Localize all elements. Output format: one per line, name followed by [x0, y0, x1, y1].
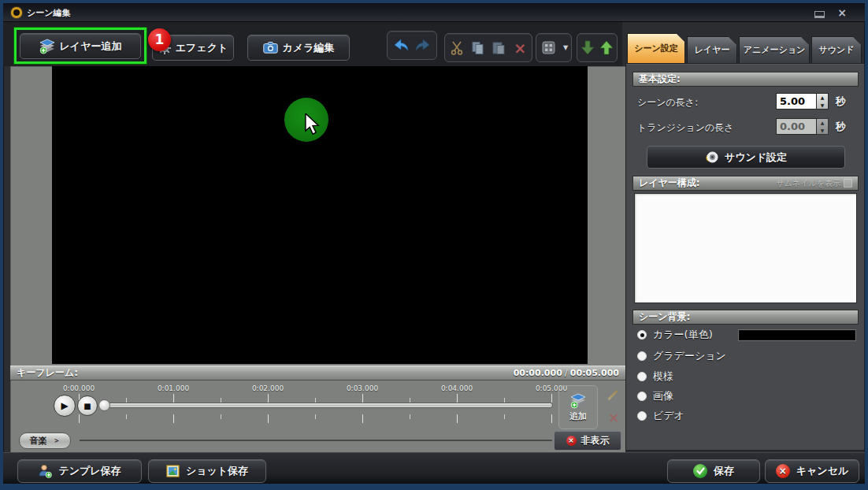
play-icon: ▶	[61, 400, 68, 411]
effect-label: エフェクト	[176, 41, 228, 55]
camera-edit-button[interactable]: カメラ編集	[247, 35, 350, 61]
show-thumbnails-label: サムネイルを表示	[777, 178, 840, 189]
person-add-icon	[38, 464, 52, 478]
add-layer-button[interactable]: レイヤー追加	[20, 33, 141, 59]
edit-keyframe-icon[interactable]	[604, 386, 623, 405]
hide-button[interactable]: × 非表示	[554, 431, 621, 451]
timeline-track[interactable]	[101, 403, 553, 408]
order-group	[577, 33, 618, 62]
bg-option-video-label: ビデオ	[653, 409, 684, 423]
grid-dropdown-caret[interactable]: ▼	[563, 44, 568, 51]
preview-canvas[interactable]	[52, 66, 588, 364]
bg-option-gradient[interactable]: グラデーション	[637, 350, 726, 362]
layer-structure-title: レイヤー構成:	[639, 176, 700, 190]
edit-group: ×	[444, 33, 532, 62]
scene-length-spinner[interactable]: ▲ ▼	[817, 93, 829, 110]
music-button[interactable]: 音楽 ＞	[19, 432, 71, 449]
music-track-line	[80, 440, 552, 441]
chevron-right-icon: ＞	[54, 436, 61, 446]
toolbar: レイヤー追加 エフェクト カメラ編集	[3, 22, 622, 66]
save-button[interactable]: 保存	[667, 459, 760, 483]
tab-scene-settings[interactable]: シーン設定	[627, 33, 685, 64]
background-color-swatch[interactable]	[738, 329, 856, 341]
add-layer-label: レイヤー追加	[60, 39, 122, 54]
sound-settings-label: サウンド設定	[725, 150, 787, 165]
move-up-icon[interactable]	[597, 39, 616, 58]
check-icon	[693, 464, 707, 478]
ruler-label-4: 0:04.000	[433, 384, 480, 392]
save-template-button[interactable]: テンプレ保存	[17, 459, 142, 483]
bg-option-image[interactable]: 画像	[637, 390, 673, 403]
ruler-label-2: 0:02.000	[244, 384, 291, 392]
save-template-label: テンプレ保存	[58, 464, 121, 478]
right-panel: シーン設定 レイヤー アニメーション サウンド 基本設定: シーンの長さ: ▲ …	[625, 33, 865, 451]
undo-redo-group	[387, 31, 437, 60]
move-down-icon[interactable]	[578, 39, 597, 58]
thumbnail-toggle-icon	[844, 179, 852, 187]
scene-edit-window: シーン編集 × レイヤー追加	[3, 3, 865, 484]
save-label: 保存	[714, 464, 734, 478]
time-current: 00:00.000	[514, 368, 562, 378]
scene-background-title: シーン背景:	[639, 310, 690, 324]
camera-edit-label: カメラ編集	[283, 41, 335, 55]
scene-length-unit: 秒	[836, 95, 846, 109]
radio-icon	[637, 372, 647, 381]
bg-option-color[interactable]: カラー(単色)	[637, 329, 713, 341]
grid-select-icon[interactable]	[540, 39, 558, 58]
add-keyframe-label: 追加	[569, 410, 587, 422]
mouse-cursor	[302, 113, 321, 135]
scene-background-header: シーン背景:	[632, 310, 859, 325]
cut-icon[interactable]	[447, 39, 466, 58]
spinner-up-icon: ▲	[817, 119, 828, 127]
bg-option-video[interactable]: ビデオ	[637, 410, 684, 422]
paste-icon[interactable]	[489, 39, 508, 58]
radio-selected-icon	[637, 330, 647, 340]
ruler-label-0: 0:00.000	[55, 384, 102, 392]
transition-length-unit: 秒	[836, 120, 846, 134]
title-bar: シーン編集 ×	[3, 3, 865, 22]
basic-settings-title: 基本設定:	[639, 72, 681, 86]
scene-length-input[interactable]	[776, 93, 817, 110]
time-separator: /	[562, 368, 570, 378]
delete-icon[interactable]: ×	[510, 39, 529, 58]
redo-button[interactable]	[414, 36, 432, 55]
copy-icon[interactable]	[469, 39, 488, 58]
stop-button[interactable]: ■	[77, 395, 98, 416]
save-shot-button[interactable]: ショット保存	[148, 459, 266, 483]
tab-sound[interactable]: サウンド	[811, 36, 862, 64]
spinner-down-icon: ▼	[817, 102, 828, 110]
radio-icon	[637, 392, 647, 401]
delete-keyframe-icon[interactable]: ×	[604, 410, 623, 429]
speaker-icon	[705, 150, 718, 164]
tab-animation[interactable]: アニメーション	[739, 36, 810, 64]
layer-list[interactable]	[634, 193, 857, 303]
cancel-button[interactable]: × キャンセル	[765, 459, 859, 483]
minimize-button[interactable]	[814, 11, 825, 18]
close-button[interactable]: ×	[835, 6, 849, 20]
undo-button[interactable]	[391, 36, 410, 55]
window-title: シーン編集	[27, 7, 71, 19]
timeline-handle[interactable]	[98, 399, 110, 411]
spinner-down-icon: ▼	[817, 127, 828, 135]
scene-settings-pane: 基本設定: シーンの長さ: ▲ ▼ 秒 トランジションの長さ ▲ ▼ 秒	[625, 63, 865, 451]
radio-icon	[637, 411, 647, 421]
transition-length-spinner[interactable]: ▲ ▼	[817, 118, 829, 135]
camera-icon	[263, 42, 278, 54]
transition-length-input[interactable]	[776, 118, 817, 135]
bg-option-pattern[interactable]: 模様	[637, 370, 673, 383]
layer-structure-header: レイヤー構成: サムネイルを表示	[632, 176, 859, 191]
basic-settings-header: 基本設定:	[632, 72, 859, 87]
add-keyframe-button[interactable]: 追加	[558, 385, 598, 429]
layers-add-icon	[39, 39, 55, 54]
show-thumbnails-toggle[interactable]: サムネイルを表示	[777, 178, 852, 189]
ruler-label-3: 0:03.000	[339, 384, 386, 392]
play-button[interactable]: ▶	[54, 395, 76, 417]
photo-icon	[166, 465, 180, 477]
sound-settings-button[interactable]: サウンド設定	[647, 146, 845, 169]
layers-add-icon	[569, 393, 587, 409]
cancel-x-icon: ×	[776, 464, 790, 478]
spinner-up-icon: ▲	[817, 94, 828, 102]
tab-layer[interactable]: レイヤー	[687, 36, 737, 64]
keyframe-title: キーフレーム:	[17, 366, 78, 380]
keyframe-time-display: 00:00.000/00:05.000	[514, 368, 619, 378]
